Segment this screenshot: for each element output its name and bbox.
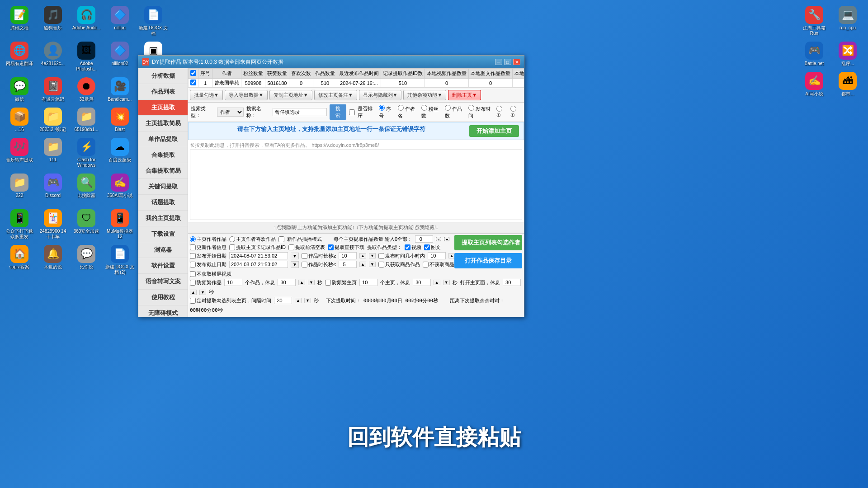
fetch-id-label[interactable]: 提取主页卡记录作品ID [229, 244, 286, 251]
work-length-gt-check[interactable] [302, 253, 307, 259]
open-main-val[interactable] [503, 279, 521, 286]
within-hours-input[interactable] [428, 252, 446, 259]
anti-main-val[interactable] [359, 279, 377, 286]
icon-ms-office[interactable]: 📦 ...16 [4, 105, 35, 135]
sidebar-item-collection-simple[interactable]: 合集提取简易 [138, 163, 188, 179]
icon-muyu2[interactable]: 🔔 木鱼的说 [37, 243, 69, 277]
icon-new-docx[interactable]: 📄 新建 DOCX 文档 [137, 4, 169, 38]
sort-time-label[interactable]: 发布时间 [468, 105, 494, 119]
icon-111[interactable]: 📁 111 [37, 136, 69, 170]
maximize-button[interactable]: □ [504, 59, 511, 65]
no-horizontal-label[interactable]: 不获取横屏视频 [190, 271, 231, 277]
sidebar-item-main-fetch[interactable]: 主页提取 [138, 100, 188, 116]
sidebar-item-works-list[interactable]: 作品列表 [138, 84, 188, 100]
no-sell-check[interactable] [423, 262, 429, 267]
icon-tx-doc[interactable]: 📝 腾讯文档 [4, 4, 35, 38]
sort-author-radio[interactable] [398, 105, 404, 111]
sidebar-item-collection[interactable]: 合集提取 [138, 147, 188, 163]
sidebar-item-keyword[interactable]: 关键词提取 [138, 179, 188, 195]
update-info-check[interactable] [190, 244, 196, 250]
sort-1-label[interactable]: ① [496, 106, 507, 118]
radio-author-works-input[interactable] [190, 236, 196, 242]
end-date-check[interactable] [190, 262, 196, 267]
sort-seq-radio[interactable] [379, 105, 385, 111]
new-works-mode-check[interactable] [278, 236, 284, 242]
sort-2-label[interactable]: ① [510, 106, 521, 118]
anti-ban-main-label[interactable]: 防频繁主页 [325, 279, 357, 286]
icon-adobe-ps[interactable]: 🖼 Adobe Photosh... [71, 39, 102, 74]
sidebar-item-main-simple[interactable]: 主页提取简易 [138, 116, 188, 131]
anti-work-val[interactable] [224, 279, 242, 286]
figure-label[interactable]: 图文 [424, 244, 441, 251]
open-main-down[interactable]: ▼ [199, 290, 206, 295]
start-date-picker[interactable]: ▼ [291, 253, 299, 259]
icon-bisou[interactable]: 🔍 比搜除器 [71, 171, 102, 206]
minimize-button[interactable]: ─ [495, 59, 502, 65]
anti-ban-main-check[interactable] [325, 280, 331, 286]
end-date-picker[interactable]: ▼ [291, 261, 299, 268]
sidebar-item-topic[interactable]: 话题提取 [138, 195, 188, 211]
delete-main-btn[interactable]: 删除主页▼ [448, 90, 481, 100]
start-date-check[interactable] [190, 253, 196, 259]
sort-time-radio[interactable] [468, 105, 474, 111]
clear-space-check[interactable] [288, 244, 294, 250]
work-length-lt-check[interactable] [302, 262, 307, 267]
icon-battle-net[interactable]: 🎮 Battle.net [798, 39, 830, 69]
sidebar-item-my-main[interactable]: 我的主页提取 [138, 211, 188, 226]
work-length-lt-down[interactable]: ▼ [369, 262, 376, 267]
icon-bandicam[interactable]: 🎥 Bandicam... [104, 75, 136, 104]
sort-seq-label[interactable]: 序号 [379, 105, 395, 119]
sort-fans-radio[interactable] [421, 105, 427, 111]
search-name-input[interactable] [273, 108, 327, 116]
sidebar-item-software-settings[interactable]: 软件设置 [138, 258, 188, 274]
per-page-down[interactable] [444, 237, 449, 241]
add-homepage-button[interactable]: 开始添加主页 [469, 125, 519, 137]
sidebar-item-voice[interactable]: 语音转写文案 [138, 274, 188, 290]
within-hours-check[interactable] [378, 253, 384, 259]
video-check[interactable] [405, 244, 410, 250]
sort-2-radio[interactable] [510, 106, 516, 112]
icon-mumu[interactable]: 📱 MuMu模拟器12 [104, 207, 136, 242]
work-length-gt-label[interactable]: 作品时长秒≥ [302, 253, 336, 259]
start-date-input[interactable] [229, 252, 288, 259]
work-length-gt-input[interactable] [339, 252, 357, 259]
rest-main-val[interactable] [413, 279, 431, 286]
interval-val[interactable] [274, 297, 292, 304]
rest-work-val[interactable] [278, 279, 296, 286]
row-check[interactable] [189, 79, 198, 88]
icon-gongzhong[interactable]: 📱 公众下打下载众多重发 [4, 207, 35, 242]
rest-main-up[interactable]: ▲ [434, 280, 440, 285]
start-date-label[interactable]: 发布开始日期 [190, 253, 226, 259]
open-save-dir-button[interactable]: 打开作品保存目录 [454, 253, 522, 268]
check-all[interactable] [190, 70, 196, 76]
icon-222[interactable]: 📁 222 [4, 171, 35, 206]
icon-run-cpu[interactable]: 💻 run_cpu [832, 4, 863, 38]
copy-url-btn[interactable]: 复制主页地址▼ [269, 90, 312, 100]
sidebar-item-tutorial[interactable]: 使用教程 [138, 290, 188, 305]
search-type-select[interactable]: 作者 作品 关键词 [217, 108, 244, 117]
sort-author-label[interactable]: 作者名 [398, 105, 419, 119]
radio-author-works[interactable]: 主页作者作品 [190, 236, 226, 243]
work-length-lt-label[interactable]: 作品时长秒≤ [302, 261, 336, 268]
clear-space-label[interactable]: 提取前清空表 [288, 244, 325, 251]
icon-adobe-au[interactable]: 🎧 Adobe Audit... [71, 4, 102, 38]
search-button[interactable]: 搜索 [330, 104, 346, 120]
icon-million[interactable]: 🔷 nillion [104, 4, 136, 38]
interval-down[interactable]: ▼ [304, 298, 311, 303]
icon-new-docx3[interactable]: 📄 新建 DOCX 文档 (2) [104, 243, 136, 277]
end-date-input[interactable] [229, 261, 288, 268]
open-main-up[interactable]: ▲ [190, 290, 197, 295]
other-functions-btn[interactable]: 其他杂项功能▼ [403, 90, 446, 100]
icon-wechat[interactable]: 💬 微信 [4, 75, 35, 104]
direct-download-check[interactable] [328, 244, 334, 250]
icon-360[interactable]: 🛡 360安全加速 [71, 207, 102, 242]
end-date-label[interactable]: 发布截止日期 [190, 261, 226, 268]
work-length-gt-up[interactable]: ▲ [359, 253, 366, 258]
close-button[interactable]: ✕ [513, 59, 520, 65]
icon-million02[interactable]: 🔷 nillion02 [104, 39, 136, 74]
interval-up[interactable]: ▲ [295, 298, 302, 303]
edit-note-btn[interactable]: 修改主页备注▼ [314, 90, 357, 100]
sidebar-item-download[interactable]: 下载设置 [138, 226, 188, 242]
rest-main-down[interactable]: ▼ [443, 280, 450, 285]
sidebar-item-single[interactable]: 单作品提取 [138, 131, 188, 147]
